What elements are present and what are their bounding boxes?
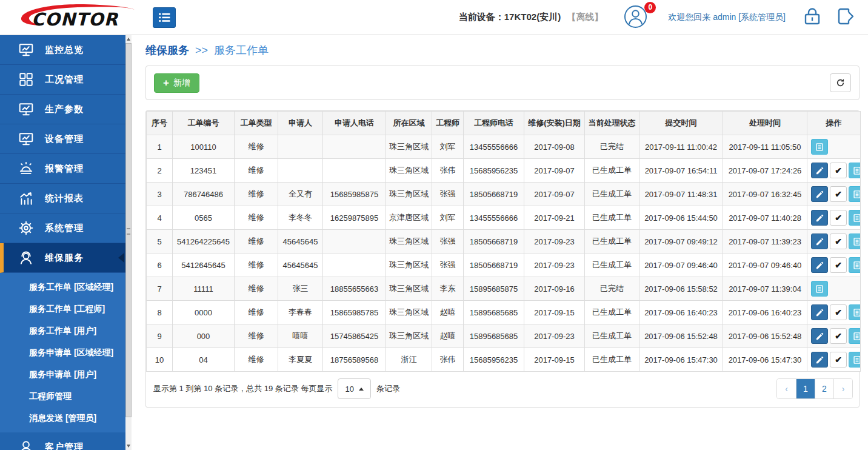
edit-button[interactable] xyxy=(811,257,828,273)
cell-repair_date: 2017-09-23 xyxy=(524,230,585,254)
view-icon xyxy=(853,355,861,364)
sidebar-subitem[interactable]: 服务申请单 [区域经理] xyxy=(0,341,125,363)
column-header: 申请人 xyxy=(278,112,323,135)
table-row: 40565维修李冬冬16259875895京津唐区域刘军134555566662… xyxy=(147,206,861,230)
prev-page-button[interactable]: ‹ xyxy=(777,379,796,398)
cell-order_no: 04 xyxy=(173,348,235,372)
sidebar-subitem[interactable]: 消息发送 [管理员] xyxy=(0,407,125,429)
logout-icon xyxy=(836,7,855,26)
user-avatar-button[interactable]: 0 xyxy=(624,5,647,30)
sidebar-item-label: 报警管理 xyxy=(45,163,84,175)
monitor-icon xyxy=(18,101,35,118)
sidebar-item[interactable]: 监控总览 xyxy=(0,35,125,65)
summary-text: 显示第 1 到第 10 条记录，总共 19 条记录 每页显示 xyxy=(153,383,332,394)
plus-icon xyxy=(163,77,169,89)
table-row: 711111维修张三18855655663珠三角区域李东158956858752… xyxy=(147,277,861,301)
cell-order_no: 786746486 xyxy=(173,183,235,206)
add-button[interactable]: 新增 xyxy=(154,73,199,93)
page-button-1[interactable]: 1 xyxy=(796,379,815,398)
cell-seq: 3 xyxy=(147,183,173,206)
check-button[interactable]: ✔ xyxy=(830,352,847,368)
view-icon xyxy=(853,261,861,270)
sidebar-item[interactable]: 报警管理 xyxy=(0,154,125,184)
refresh-button[interactable] xyxy=(830,73,851,92)
sidebar-item[interactable]: 设备管理 xyxy=(0,124,125,154)
sidebar-item-label: 客户管理 xyxy=(45,442,84,450)
sidebar-item[interactable]: 统计报表 xyxy=(0,184,125,213)
cell-submit_time: 2017-09-11 11:00:42 xyxy=(639,135,723,159)
scroll-down-arrow[interactable] xyxy=(125,442,132,450)
cell-applicant_phone: 15865985785 xyxy=(323,301,386,324)
cell-applicant_phone: 16259875895 xyxy=(323,206,386,230)
cell-repair_date: 2017-09-23 xyxy=(524,254,585,277)
cell-applicant_phone: 15685985875 xyxy=(323,183,386,206)
cell-type: 维修 xyxy=(235,348,278,372)
sidebar-item[interactable]: 系统管理 xyxy=(0,213,125,243)
check-button[interactable]: ✔ xyxy=(830,163,847,178)
edit-button[interactable] xyxy=(811,163,828,178)
edit-button[interactable] xyxy=(811,233,828,249)
cell-process_time: 2017-09-07 11:40:28 xyxy=(723,206,807,230)
view-button[interactable] xyxy=(849,163,861,178)
check-button[interactable]: ✔ xyxy=(830,186,847,202)
sidebar-subitem[interactable]: 服务工作单 [用户] xyxy=(0,320,125,341)
sidebar-scrollbar[interactable] xyxy=(125,35,132,450)
sidebar-item[interactable]: 工况管理 xyxy=(0,65,125,95)
sidebar: 监控总览工况管理生产参数设备管理报警管理统计报表系统管理维保服务服务工作单 [区… xyxy=(0,35,125,450)
menu-toggle-button[interactable] xyxy=(153,7,176,28)
cell-applicant: 李夏夏 xyxy=(278,348,323,372)
edit-button[interactable] xyxy=(811,186,828,202)
view-icon xyxy=(853,166,861,175)
cell-submit_time: 2017-09-07 09:49:12 xyxy=(639,230,723,254)
next-page-button[interactable]: › xyxy=(833,379,852,398)
active-item-arrow-icon xyxy=(118,253,124,263)
monitor-icon xyxy=(18,131,35,147)
scrollbar-thumb[interactable] xyxy=(125,43,132,417)
view-icon xyxy=(853,213,861,223)
view-button[interactable] xyxy=(849,233,861,249)
breadcrumb-parent[interactable]: 维保服务 xyxy=(145,44,189,56)
view-button[interactable] xyxy=(849,352,861,368)
cell-region: 珠三角区域 xyxy=(386,159,432,183)
check-button[interactable]: ✔ xyxy=(830,328,847,344)
cell-process_time: 2017-09-06 15:52:48 xyxy=(723,324,807,348)
logo-swoosh-icon: CONTOR xyxy=(5,2,139,30)
cell-applicant_phone: 15745865425 xyxy=(323,324,386,348)
cell-process_time: 2017-09-11 11:05:50 xyxy=(723,135,807,159)
sidebar-item[interactable]: 生产参数 xyxy=(0,95,125,124)
edit-button[interactable] xyxy=(811,304,828,320)
check-button[interactable]: ✔ xyxy=(830,304,847,320)
table-row: 5541264225645维修45645645珠三角区域张强1850566871… xyxy=(147,230,861,254)
cell-status: 已生成工单 xyxy=(585,159,639,183)
logout-button[interactable] xyxy=(836,7,855,28)
sidebar-subitem[interactable]: 工程师管理 xyxy=(0,385,125,407)
column-header: 处理时间 xyxy=(723,112,807,135)
lock-button[interactable] xyxy=(804,7,821,28)
device-value: 17KT02(安川) xyxy=(504,12,561,22)
cell-engineer_phone: 15685956235 xyxy=(464,348,524,372)
scroll-up-arrow[interactable] xyxy=(125,35,132,43)
page-button-2[interactable]: 2 xyxy=(815,379,833,398)
view-button[interactable] xyxy=(849,328,861,344)
view-button[interactable] xyxy=(849,257,861,273)
edit-button[interactable] xyxy=(811,210,828,226)
check-button[interactable]: ✔ xyxy=(830,210,847,226)
view-button[interactable] xyxy=(811,281,828,297)
edit-button[interactable] xyxy=(811,328,828,344)
check-button[interactable]: ✔ xyxy=(830,233,847,249)
view-button[interactable] xyxy=(849,186,861,202)
check-button[interactable]: ✔ xyxy=(830,257,847,273)
sidebar-item[interactable]: 维保服务 xyxy=(0,243,125,273)
view-button[interactable] xyxy=(849,210,861,226)
user-icon xyxy=(18,439,35,450)
view-button[interactable] xyxy=(811,139,828,155)
page-size-select[interactable]: 10 xyxy=(338,378,370,399)
sidebar-subitem[interactable]: 服务申请单 [用户] xyxy=(0,363,125,385)
cell-process_time: 2017-09-06 16:40:23 xyxy=(723,301,807,324)
edit-button[interactable] xyxy=(811,352,828,368)
view-button[interactable] xyxy=(849,304,861,320)
sidebar-subitem[interactable]: 服务工作单 [区域经理] xyxy=(0,276,125,298)
sidebar-item[interactable]: 客户管理 xyxy=(0,432,125,450)
cell-process_time: 2017-09-07 09:46:40 xyxy=(723,254,807,277)
sidebar-subitem[interactable]: 服务工作单 [工程师] xyxy=(0,298,125,320)
